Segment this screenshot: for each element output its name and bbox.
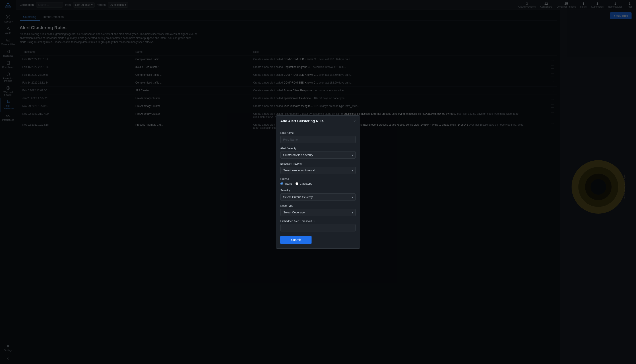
criteria-intent-radio[interactable] [280,182,283,185]
embedded-threshold-input[interactable] [280,224,356,232]
modal-header: Add Alert Clustering Rule × [276,116,360,127]
severity-group: Severity Select Criteria Severity Critic… [280,189,356,201]
modal-close-button[interactable]: × [353,119,356,123]
execution-interval-select[interactable]: Select execution interval 1 minute 5 min… [280,167,356,174]
modal-overlay[interactable]: Add Alert Clustering Rule × Rule Name Al… [0,0,636,364]
criteria-label: Criteria [280,178,356,181]
modal-body: Rule Name Alert Severity Clustered Alert… [276,127,360,248]
criteria-intent-label: Intent [284,182,292,185]
node-type-select-wrapper: Select Coverage All Host Container Pod [280,209,356,216]
modal-add-rule: Add Alert Clustering Rule × Rule Name Al… [276,116,360,248]
alert-severity-select[interactable]: Clustered Alert severity Critical High M… [280,151,356,158]
alert-severity-select-wrapper: Clustered Alert severity Critical High M… [280,151,356,158]
node-type-select[interactable]: Select Coverage All Host Container Pod [280,209,356,216]
execution-interval-label: Execution Interval [280,162,356,165]
execution-interval-select-wrapper: Select execution interval 1 minute 5 min… [280,167,356,174]
embedded-threshold-label: Embedded Alert Threshold ℹ [280,220,356,223]
info-icon: ℹ [313,220,315,223]
submit-container: Submit [280,235,356,244]
submit-button[interactable]: Submit [280,236,311,244]
criteria-classtype-option[interactable]: Classtype [295,182,312,185]
rule-name-label: Rule Name [280,132,356,134]
criteria-classtype-radio[interactable] [295,182,298,185]
alert-severity-group: Alert Severity Clustered Alert severity … [280,147,356,158]
execution-interval-group: Execution Interval Select execution inte… [280,162,356,174]
criteria-classtype-label: Classtype [300,182,312,185]
severity-select[interactable]: Select Criteria Severity Critical High M… [280,193,356,201]
criteria-radio-group: Intent Classtype [280,182,356,185]
severity-label: Severity [280,189,356,192]
criteria-group: Criteria Intent Classtype [280,178,356,185]
severity-select-wrapper: Select Criteria Severity Critical High M… [280,193,356,201]
rule-name-input[interactable] [280,136,356,143]
node-type-label: Node Type [280,204,356,208]
node-type-group: Node Type Select Coverage All Host Conta… [280,204,356,216]
rule-name-group: Rule Name [280,132,356,143]
criteria-intent-option[interactable]: Intent [280,182,292,185]
alert-severity-label: Alert Severity [280,147,356,150]
embedded-threshold-group: Embedded Alert Threshold ℹ [280,220,356,232]
modal-title: Add Alert Clustering Rule [280,119,324,123]
